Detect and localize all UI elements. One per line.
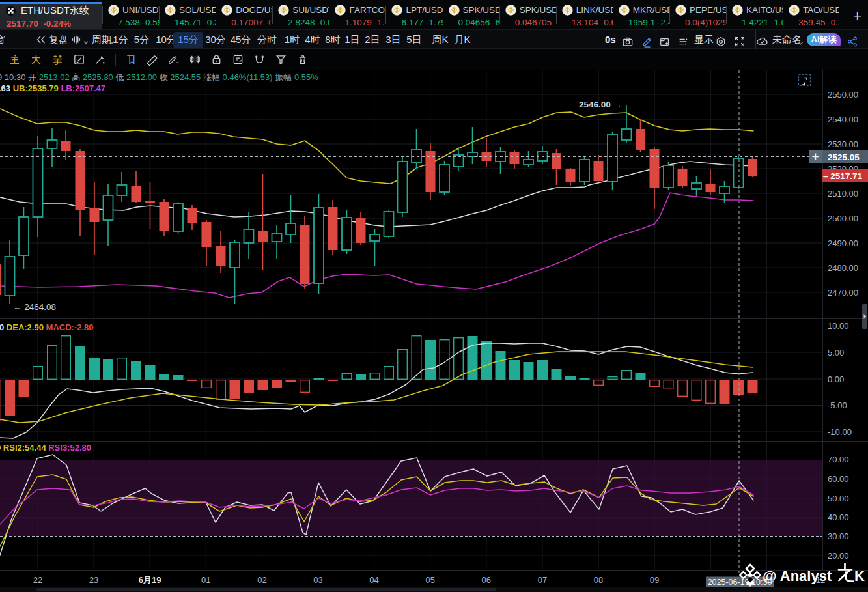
svg-text:-5.00: -5.00	[828, 401, 847, 410]
svg-text:2470.00: 2470.00	[828, 288, 858, 298]
svg-text:– 2517.71: – 2517.71	[823, 171, 863, 181]
svg-text:05: 05	[425, 575, 434, 585]
svg-text:.63 UB:2535.79 LB:2507.47: .63 UB:2535.79 LB:2507.47	[0, 83, 105, 93]
svg-text:23: 23	[89, 575, 98, 585]
svg-text:06: 06	[482, 575, 491, 585]
svg-text:09: 09	[650, 575, 659, 585]
svg-text:2546.00 →: 2546.00 →	[579, 100, 622, 109]
svg-text:2510.00: 2510.00	[828, 189, 858, 199]
svg-text:0 RSI2:54.44 RSI3:52.80: 0 RSI2:54.44 RSI3:52.80	[0, 443, 91, 453]
svg-text:5.00: 5.00	[828, 348, 844, 358]
svg-text:03: 03	[313, 575, 322, 585]
svg-text:10.00: 10.00	[828, 321, 849, 331]
svg-text:0 DEA:2.90 MACD:-2.80: 0 DEA:2.90 MACD:-2.80	[0, 322, 94, 332]
svg-text:20.00: 20.00	[828, 551, 849, 561]
svg-text:@ Analyst: @ Analyst	[763, 568, 832, 584]
svg-text:02: 02	[257, 575, 266, 585]
svg-text:2540.00: 2540.00	[828, 115, 858, 124]
svg-text:-10.00: -10.00	[828, 427, 852, 437]
svg-text:← 2464.08: ← 2464.08	[13, 302, 56, 312]
svg-text:40.00: 40.00	[828, 513, 849, 522]
svg-text:70.00: 70.00	[828, 455, 849, 464]
svg-text:6月19: 6月19	[139, 575, 161, 585]
svg-text:2500.00: 2500.00	[828, 214, 858, 223]
svg-text:2525.05: 2525.05	[828, 152, 860, 162]
svg-text:30.00: 30.00	[828, 531, 849, 541]
svg-text:K: K	[854, 568, 865, 584]
svg-text:2480.00: 2480.00	[828, 263, 858, 273]
svg-text:07: 07	[538, 575, 547, 585]
svg-text:01: 01	[201, 575, 210, 585]
svg-text:9 10:30 开 2513.02 高 2525.80 低: 9 10:30 开 2513.02 高 2525.80 低 2512.00 收 …	[0, 72, 318, 82]
svg-text:04: 04	[369, 575, 378, 585]
svg-text:0.00: 0.00	[828, 374, 844, 384]
svg-text:08: 08	[594, 575, 603, 585]
svg-text:50.00: 50.00	[828, 494, 849, 503]
svg-text:22: 22	[33, 575, 42, 585]
svg-text:2550.00: 2550.00	[828, 90, 858, 100]
svg-text:2490.00: 2490.00	[828, 238, 858, 248]
svg-text:60.00: 60.00	[828, 474, 849, 484]
svg-text:2530.00: 2530.00	[828, 139, 858, 149]
